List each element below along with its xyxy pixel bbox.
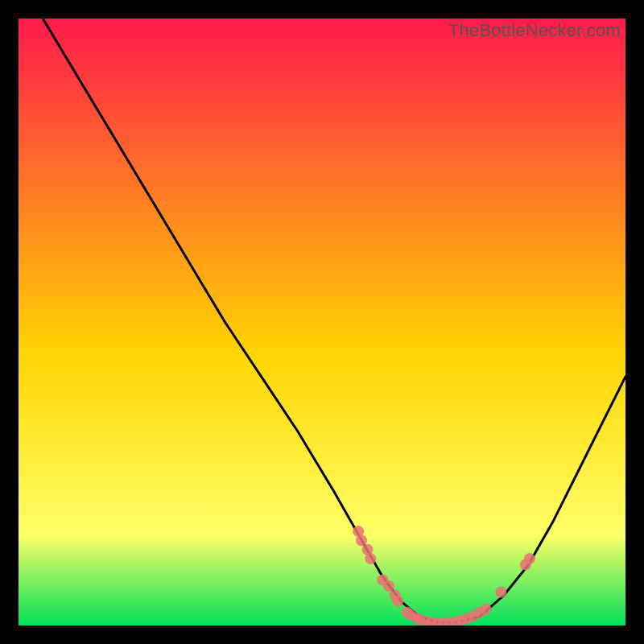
data-marker [356,535,367,546]
watermark-text: TheBottleNecker.com [448,20,621,41]
data-marker [524,553,535,564]
data-marker [495,587,506,598]
data-marker [481,604,492,615]
data-marker [392,596,403,607]
gradient-background [19,19,625,625]
data-marker [365,553,376,564]
bottleneck-chart [19,19,625,625]
chart-frame: TheBottleNecker.com [19,19,625,625]
